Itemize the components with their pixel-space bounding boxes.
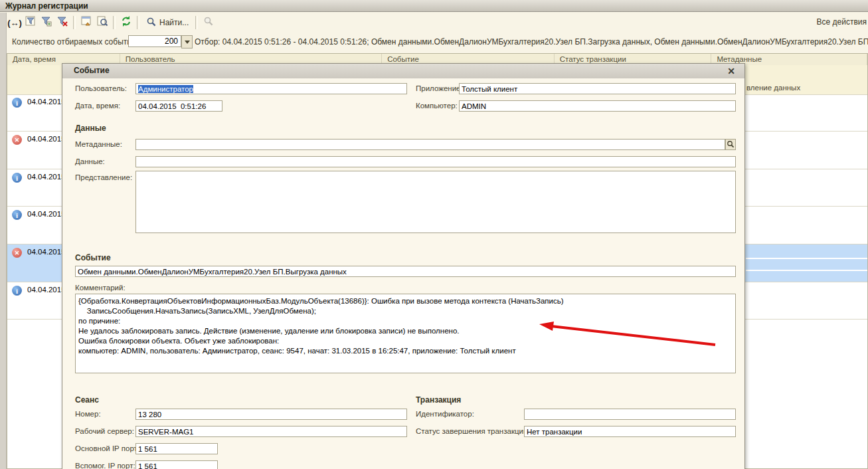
filter-settings-button[interactable] [39, 15, 54, 30]
row-date: 04.04.2015 [27, 135, 66, 143]
row-date: 04.04.2015 [27, 210, 66, 218]
toolbar-separator [195, 16, 198, 29]
metadata-partial-text: вление данных [746, 84, 800, 92]
count-dropdown-button[interactable] [181, 35, 193, 48]
comment-field[interactable]: {Обработка.КонвертацияОбъектовИнформацио… [75, 294, 736, 373]
open-event-button[interactable] [79, 15, 94, 30]
metadata-label: Метаданные: [75, 140, 122, 148]
transaction-section-title: Транзакция [416, 395, 461, 405]
event-field[interactable]: Обмен данными.ОбменДалионУМБухгалтерия20… [75, 266, 736, 277]
metadata-field[interactable] [135, 139, 725, 150]
clear-filter-button[interactable] [55, 15, 70, 30]
clear-filter-icon [56, 15, 68, 30]
user-value: Администратор [138, 85, 193, 93]
info-icon: i [12, 173, 22, 183]
close-icon[interactable]: ✕ [727, 65, 735, 77]
main-port-label: Основной IP порт: [75, 444, 139, 452]
toolbar: (↔) [7, 13, 868, 33]
count-input[interactable]: 200 [128, 35, 181, 47]
presentation-field[interactable] [135, 171, 736, 233]
find-button-label: Найти... [159, 18, 189, 27]
set-filter-icon [25, 15, 37, 30]
comment-line: компьютер: ADMIN, пользователь: Админист… [76, 346, 735, 356]
info-icon: i [12, 286, 22, 296]
open-event-icon [80, 15, 92, 30]
view-data-button[interactable] [95, 15, 110, 30]
toolbar-separator [73, 16, 76, 29]
row-date: 04.04.2015 [27, 286, 66, 294]
find-icon [146, 17, 157, 29]
refresh-button[interactable] [119, 15, 133, 30]
interval-button[interactable]: (↔) [7, 15, 22, 30]
chevron-down-icon [185, 41, 190, 44]
comment-line: по причине: [76, 316, 735, 326]
cancel-find-button[interactable] [201, 15, 216, 30]
dialog-title: Событие [62, 64, 744, 78]
aux-port-label: Вспомог. IP порт: [75, 462, 135, 469]
grid-hairline [746, 258, 867, 259]
data-section-title: Данные [75, 124, 106, 133]
session-section-title: Сеанс [75, 395, 99, 405]
session-number-field[interactable]: 13 280 [135, 409, 407, 420]
computer-label: Компьютер: [416, 102, 458, 110]
find-button[interactable]: Найти... [142, 17, 193, 29]
transaction-id-field[interactable] [524, 409, 736, 420]
info-icon: i [12, 210, 22, 220]
event-section-title: Событие [75, 253, 111, 262]
session-number-label: Номер: [75, 410, 101, 418]
magnifier-icon [727, 139, 735, 151]
params-row: Количество отбираемых событий: 200 Отбор… [0, 33, 868, 52]
error-icon: ✕ [12, 248, 22, 258]
application-field[interactable]: Толстый клиент [459, 83, 736, 94]
filter-settings-icon [41, 15, 52, 30]
computer-field[interactable]: ADMIN [459, 100, 736, 112]
row-date: 04.04.2015 [27, 98, 66, 106]
refresh-icon [120, 15, 132, 30]
data-label: Данные: [75, 157, 105, 165]
all-actions-button[interactable]: Все действия [817, 17, 867, 27]
set-filter-button[interactable] [23, 15, 38, 30]
metadata-lookup-button[interactable] [725, 139, 736, 150]
window-left-edge [0, 13, 7, 469]
row-date: 04.04.2015 [27, 173, 66, 181]
info-icon: i [12, 98, 22, 108]
event-dialog: Событие ✕ Пользователь: Администратор Пр… [62, 63, 745, 469]
comment-line: {Обработка.КонвертацияОбъектовИнформацио… [76, 296, 735, 306]
transaction-id-label: Идентификатор: [416, 410, 474, 418]
aux-port-field[interactable]: 1 561 [135, 460, 218, 469]
interval-icon: (↔) [7, 18, 22, 28]
data-field[interactable] [135, 156, 736, 167]
datetime-label: Дата, время: [75, 102, 120, 110]
count-label: Количество отбираемых событий: [12, 37, 138, 47]
datetime-field[interactable]: 04.04.2015 0:51:26 [135, 100, 222, 112]
user-field[interactable]: Администратор [135, 83, 407, 94]
filter-summary: Отбор: 04.04.2015 0:51:26 - 04.04.2015 0… [195, 37, 868, 47]
grid-hairline [746, 270, 867, 271]
server-label: Рабочий сервер: [75, 427, 134, 435]
presentation-label: Представление: [75, 173, 132, 181]
transaction-status-field[interactable]: Нет транзакции [524, 426, 736, 437]
comment-line: ЗаписьСообщения.НачатьЗапись(ЗаписьXML, … [76, 306, 735, 316]
error-icon: ✕ [12, 135, 22, 145]
comment-label: Комментарий: [75, 284, 126, 292]
cancel-find-icon [203, 16, 214, 29]
main-port-field[interactable]: 1 561 [135, 443, 218, 454]
transaction-status-label: Статус завершения транзакции: [416, 427, 530, 435]
comment-line: Не удалось заблокировать запись. Действи… [76, 326, 735, 336]
toolbar-separator [113, 16, 116, 29]
view-data-icon [96, 15, 108, 30]
application-label: Приложение: [416, 84, 463, 92]
comment-line: Ошибка блокировки объекта. Объект уже за… [76, 336, 735, 346]
window-title: Журнал регистрации [0, 0, 868, 12]
row-date: 04.04.2015 [27, 248, 66, 256]
server-field[interactable]: SERVER-MAG1 [135, 426, 407, 437]
event-log-window: Журнал регистрации (↔) [0, 0, 868, 469]
toolbar-separator [137, 16, 139, 29]
user-label: Пользователь: [75, 84, 127, 92]
